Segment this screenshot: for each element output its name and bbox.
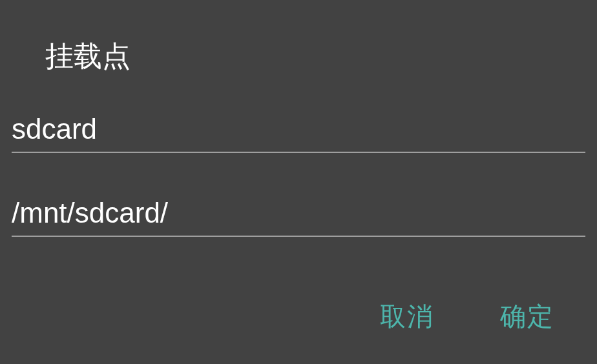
confirm-button[interactable]: 确定 <box>492 294 562 339</box>
name-input-container <box>0 109 597 153</box>
path-input-container <box>0 193 597 237</box>
dialog-button-row: 取消 确定 <box>372 294 562 339</box>
dialog-title: 挂载点 <box>0 0 597 76</box>
cancel-button[interactable]: 取消 <box>372 294 442 339</box>
mount-point-dialog: 挂载点 取消 确定 <box>0 0 597 364</box>
mount-name-input[interactable] <box>12 109 585 153</box>
mount-path-input[interactable] <box>12 193 585 237</box>
